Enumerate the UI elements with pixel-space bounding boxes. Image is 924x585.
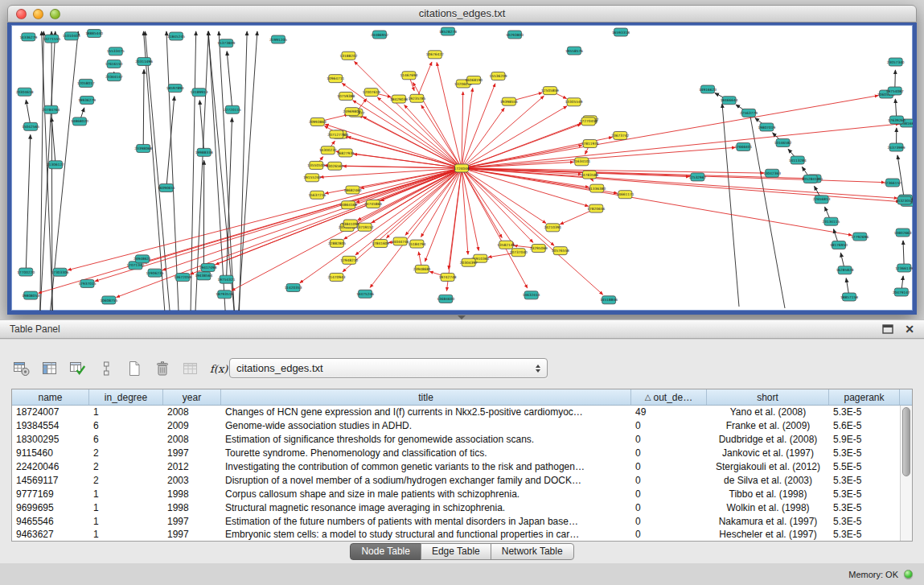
graph-node[interactable]: 18793516 xyxy=(216,290,233,299)
table-cell[interactable]: 2008 xyxy=(163,406,221,418)
table-cell[interactable]: 1 xyxy=(89,529,163,540)
table-row[interactable]: 1456911722003Disruption of a novel membe… xyxy=(12,473,900,487)
graph-node[interactable]: 20784764 xyxy=(42,105,60,113)
table-cell[interactable]: 1 xyxy=(89,502,163,513)
graph-node[interactable]: 18885440 xyxy=(85,30,103,38)
graph-node[interactable]: 17303306 xyxy=(51,268,69,276)
table-cell[interactable]: Wolkin et al. (1998) xyxy=(707,502,829,513)
table-cell[interactable]: 0 xyxy=(631,502,707,513)
table-cell[interactable]: Tibbo et al. (1998) xyxy=(707,488,829,500)
table-cell[interactable]: Corpus callosum shape and size in male p… xyxy=(221,488,631,500)
graph-node[interactable]: 24486952 xyxy=(371,31,388,39)
table-row[interactable]: 1872400712008Changes of HCN gene express… xyxy=(12,406,900,419)
graph-node[interactable]: 20993863 xyxy=(309,117,326,126)
table-cell[interactable]: 0 xyxy=(631,420,707,431)
table-row[interactable]: 1830029562008Estimation of significance … xyxy=(12,433,900,447)
table-cell[interactable]: 5.5E-5 xyxy=(829,461,900,472)
table-cell[interactable]: 9777169 xyxy=(12,488,89,500)
graph-node[interactable]: 20304397 xyxy=(460,258,478,266)
graph-node[interactable]: 24948621 xyxy=(133,255,151,263)
table-cell[interactable]: 6 xyxy=(89,434,163,445)
table-row[interactable]: 2242004622012Investigating the contribut… xyxy=(12,460,900,474)
table-cell[interactable]: 5.3E-5 xyxy=(829,475,900,486)
graph-node[interactable]: 19754321 xyxy=(218,275,236,283)
graph-node[interactable]: 15536209 xyxy=(490,72,507,80)
table-cell[interactable]: 14569117 xyxy=(12,475,89,486)
graph-node[interactable]: 13188202 xyxy=(340,51,358,60)
table-cell[interactable]: 19384554 xyxy=(12,420,89,431)
graph-node[interactable]: 14661171 xyxy=(617,191,634,199)
network-window-titlebar[interactable]: citations_edges.txt xyxy=(7,5,917,23)
graph-node[interactable]: 18528278 xyxy=(439,27,457,35)
graph-node[interactable]: 17937015 xyxy=(79,279,97,287)
graph-node[interactable]: 10576558 xyxy=(552,247,569,255)
graph-node[interactable]: 23057340 xyxy=(887,58,905,66)
graph-node[interactable]: 12007619 xyxy=(363,89,380,97)
float-panel-button[interactable] xyxy=(882,324,893,334)
table-cell[interactable]: Changes of HCN gene expression and I(f) … xyxy=(221,406,631,418)
delete-column-button[interactable] xyxy=(180,359,201,378)
tab-edge-table[interactable]: Edge Table xyxy=(421,543,491,560)
graph-node[interactable]: 19936279 xyxy=(78,96,96,104)
graph-node[interactable]: 17820656 xyxy=(587,204,605,212)
graph-node[interactable]: 17639260 xyxy=(888,116,906,124)
table-cell[interactable]: 6 xyxy=(89,420,163,431)
graph-node[interactable]: 17792696 xyxy=(851,233,869,241)
table-cell[interactable]: 5.3E-5 xyxy=(829,488,900,500)
table-cell[interactable]: Estimation of significance thresholds fo… xyxy=(221,434,631,445)
graph-node[interactable]: 14632414 xyxy=(523,291,540,299)
graph-node[interactable]: 12058017 xyxy=(77,79,95,87)
column-header-in-degree[interactable]: in_degree xyxy=(89,389,163,405)
graph-node[interactable]: 21470943 xyxy=(328,273,346,281)
graph-node[interactable]: 13042363 xyxy=(763,169,781,177)
table-cell[interactable]: Investigating the contribution of common… xyxy=(221,461,631,472)
graph-node[interactable]: 15042565 xyxy=(22,122,39,130)
graph-node[interactable]: 13841094 xyxy=(342,220,359,228)
close-panel-icon[interactable]: ✕ xyxy=(905,323,914,335)
table-cell[interactable]: 5.3E-5 xyxy=(829,516,900,527)
table-cell[interactable]: Structural magnetic resonance image aver… xyxy=(221,502,631,513)
graph-node[interactable]: 10146582 xyxy=(774,139,792,147)
table-cell[interactable]: 5.3E-5 xyxy=(829,529,900,540)
graph-node[interactable]: 10964711 xyxy=(326,75,344,83)
table-cell[interactable]: 9463627 xyxy=(12,529,89,540)
table-cell[interactable]: 0 xyxy=(631,529,707,540)
table-cell[interactable]: Dudbridge et al. (2008) xyxy=(707,434,829,445)
graph-node[interactable]: 14868020 xyxy=(71,117,88,126)
graph-node[interactable]: 19235785 xyxy=(408,94,425,102)
column-header-year[interactable]: year xyxy=(163,389,221,405)
table-cell[interactable]: 9115460 xyxy=(12,447,89,459)
table-cell[interactable]: Tourette syndrome. Phenomenology and cla… xyxy=(221,447,631,459)
graph-node[interactable]: 19808053 xyxy=(22,291,39,299)
graph-node[interactable]: 10608755 xyxy=(100,296,117,304)
column-header-pagerank[interactable]: pagerank xyxy=(829,389,900,405)
table-scrollbar[interactable] xyxy=(900,406,912,541)
graph-node[interactable]: 10802663 xyxy=(894,229,912,237)
graph-node[interactable]: 21991205 xyxy=(269,35,287,43)
column-header-title[interactable]: title xyxy=(221,389,631,405)
graph-node[interactable]: 18429038 xyxy=(390,95,408,103)
graph-node[interactable]: 14864168 xyxy=(339,201,357,209)
graph-node[interactable]: 20737040 xyxy=(510,249,528,257)
table-cell[interactable]: 18300295 xyxy=(12,434,89,445)
graph-node[interactable]: 22882805 xyxy=(328,239,346,247)
graph-node[interactable]: 22656813 xyxy=(813,196,831,204)
graph-node[interactable]: 20479147 xyxy=(893,288,910,296)
graph-node[interactable]: 11906235 xyxy=(146,269,164,277)
graph-node[interactable]: 13189913 xyxy=(191,89,208,97)
table-cell[interactable]: 0 xyxy=(631,461,707,472)
table-cell[interactable]: 2003 xyxy=(163,475,221,486)
row-options-button[interactable] xyxy=(96,359,117,378)
column-header-out-degree[interactable]: △out_de… xyxy=(631,389,707,405)
graph-node[interactable]: 19807019 xyxy=(758,123,775,131)
graph-node[interactable]: 10676422 xyxy=(426,51,444,59)
graph-node[interactable]: 22366157 xyxy=(884,179,901,187)
table-cell[interactable]: Embryonic stem cells: a model to study s… xyxy=(221,529,631,540)
graph-node[interactable]: 20304618 xyxy=(16,88,34,96)
graph-node[interactable]: 23344147 xyxy=(105,73,123,81)
graph-node[interactable]: 18597894 xyxy=(166,84,184,93)
table-cell[interactable]: 22420046 xyxy=(12,461,89,472)
graph-node[interactable]: 13026567 xyxy=(326,162,343,170)
graph-node[interactable]: 24745864 xyxy=(364,200,382,208)
graph-node[interactable]: 16285828 xyxy=(836,266,854,274)
